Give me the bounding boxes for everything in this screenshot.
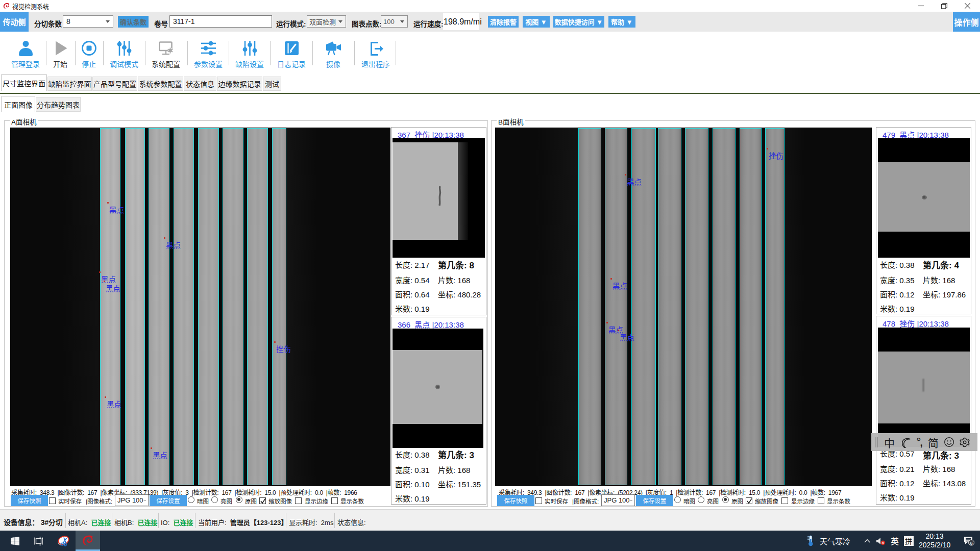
svg-text:6: 6 — [970, 541, 972, 546]
